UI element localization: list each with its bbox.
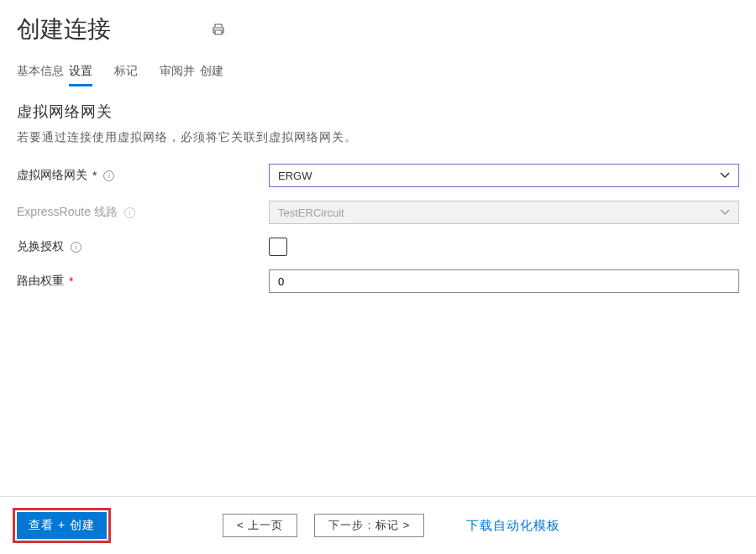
chevron-down-icon [720,170,730,180]
weight-input[interactable] [269,269,739,293]
gateway-dropdown[interactable]: ERGW [269,164,739,187]
download-template-link[interactable]: 下载自动化模板 [466,518,560,534]
weight-label: 路由权重* [17,274,269,289]
page-title: 创建连接 [17,13,111,45]
redeem-label: 兑换授权 i [17,239,269,254]
section-title: 虚拟网络网关 [17,102,739,122]
section-desc: 若要通过连接使用虚拟网络，必须将它关联到虚拟网络网关。 [17,130,739,145]
tab-review-prefix[interactable]: 审阅并 [160,64,195,86]
gateway-value: ERGW [278,170,312,182]
tab-settings[interactable]: 设置 [69,64,92,86]
previous-button[interactable]: < 上一页 [223,514,297,537]
circuit-dropdown: TestERCircuit [269,201,739,224]
footer: 查看 + 创建 < 上一页 下一步 : 标记 > 下载自动化模板 [0,496,756,554]
circuit-label: ExpressRoute 线路 i [17,205,269,220]
info-icon[interactable]: i [71,242,81,253]
chevron-down-icon [720,207,730,217]
tab-review-suffix[interactable]: 创建 [200,64,223,86]
circuit-value: TestERCircuit [278,206,344,219]
tab-basic[interactable]: 基本信息 [17,64,64,86]
info-icon[interactable]: i [124,207,135,218]
tabs: 基本信息 设置 标记 审阅并 创建 [0,52,756,86]
gateway-label: 虚拟网络网关* i [17,168,269,183]
tab-tags[interactable]: 标记 [114,64,138,86]
redeem-checkbox[interactable] [269,238,287,256]
next-button[interactable]: 下一步 : 标记 > [314,514,424,537]
info-icon[interactable]: i [103,170,114,181]
review-create-button[interactable]: 查看 + 创建 [17,512,107,539]
print-icon[interactable] [212,23,225,36]
